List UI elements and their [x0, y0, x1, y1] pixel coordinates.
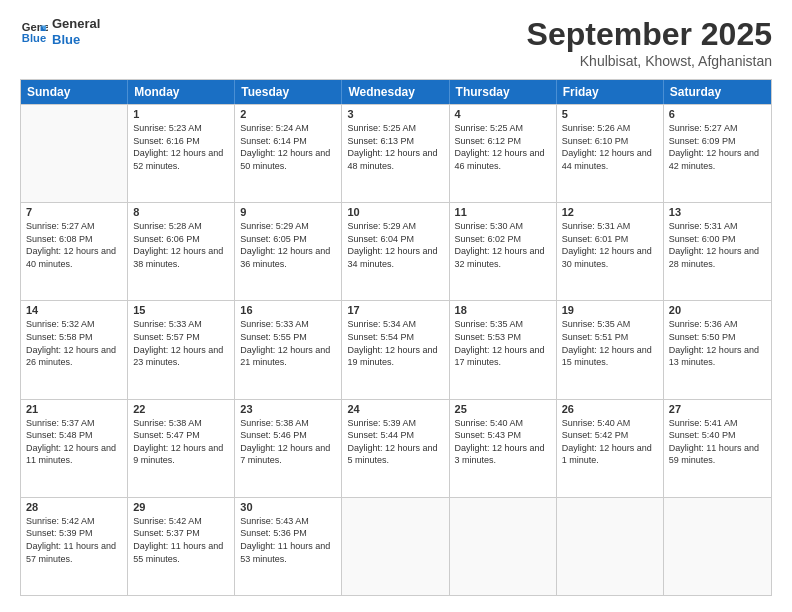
header-saturday: Saturday: [664, 80, 771, 104]
day-cell-14: 14Sunrise: 5:32 AM Sunset: 5:58 PM Dayli…: [21, 301, 128, 398]
day-number: 6: [669, 108, 766, 120]
day-number: 13: [669, 206, 766, 218]
subtitle: Khulbisat, Khowst, Afghanistan: [527, 53, 772, 69]
day-info: Sunrise: 5:36 AM Sunset: 5:50 PM Dayligh…: [669, 318, 766, 368]
day-info: Sunrise: 5:40 AM Sunset: 5:42 PM Dayligh…: [562, 417, 658, 467]
main-title: September 2025: [527, 16, 772, 53]
day-info: Sunrise: 5:39 AM Sunset: 5:44 PM Dayligh…: [347, 417, 443, 467]
logo-blue: Blue: [52, 32, 100, 48]
header-monday: Monday: [128, 80, 235, 104]
day-cell-8: 8Sunrise: 5:28 AM Sunset: 6:06 PM Daylig…: [128, 203, 235, 300]
day-info: Sunrise: 5:35 AM Sunset: 5:53 PM Dayligh…: [455, 318, 551, 368]
page: General Blue General Blue September 2025…: [0, 0, 792, 612]
logo-icon: General Blue: [20, 18, 48, 46]
header: General Blue General Blue September 2025…: [20, 16, 772, 69]
day-cell-31: [342, 498, 449, 595]
day-info: Sunrise: 5:38 AM Sunset: 5:47 PM Dayligh…: [133, 417, 229, 467]
day-cell-5: 5Sunrise: 5:26 AM Sunset: 6:10 PM Daylig…: [557, 105, 664, 202]
day-info: Sunrise: 5:42 AM Sunset: 5:37 PM Dayligh…: [133, 515, 229, 565]
day-cell-13: 13Sunrise: 5:31 AM Sunset: 6:00 PM Dayli…: [664, 203, 771, 300]
day-number: 12: [562, 206, 658, 218]
header-friday: Friday: [557, 80, 664, 104]
day-cell-12: 12Sunrise: 5:31 AM Sunset: 6:01 PM Dayli…: [557, 203, 664, 300]
day-cell-28: 28Sunrise: 5:42 AM Sunset: 5:39 PM Dayli…: [21, 498, 128, 595]
day-cell-27: 27Sunrise: 5:41 AM Sunset: 5:40 PM Dayli…: [664, 400, 771, 497]
day-number: 10: [347, 206, 443, 218]
day-number: 29: [133, 501, 229, 513]
day-info: Sunrise: 5:38 AM Sunset: 5:46 PM Dayligh…: [240, 417, 336, 467]
day-info: Sunrise: 5:37 AM Sunset: 5:48 PM Dayligh…: [26, 417, 122, 467]
week-row-2: 7Sunrise: 5:27 AM Sunset: 6:08 PM Daylig…: [21, 202, 771, 300]
day-cell-24: 24Sunrise: 5:39 AM Sunset: 5:44 PM Dayli…: [342, 400, 449, 497]
title-block: September 2025 Khulbisat, Khowst, Afghan…: [527, 16, 772, 69]
logo-general: General: [52, 16, 100, 32]
svg-text:Blue: Blue: [22, 32, 46, 44]
day-cell-20: 20Sunrise: 5:36 AM Sunset: 5:50 PM Dayli…: [664, 301, 771, 398]
day-cell-7: 7Sunrise: 5:27 AM Sunset: 6:08 PM Daylig…: [21, 203, 128, 300]
day-cell-19: 19Sunrise: 5:35 AM Sunset: 5:51 PM Dayli…: [557, 301, 664, 398]
day-info: Sunrise: 5:35 AM Sunset: 5:51 PM Dayligh…: [562, 318, 658, 368]
day-cell-34: [664, 498, 771, 595]
day-cell-3: 3Sunrise: 5:25 AM Sunset: 6:13 PM Daylig…: [342, 105, 449, 202]
day-number: 19: [562, 304, 658, 316]
day-number: 1: [133, 108, 229, 120]
day-info: Sunrise: 5:40 AM Sunset: 5:43 PM Dayligh…: [455, 417, 551, 467]
day-number: 24: [347, 403, 443, 415]
day-info: Sunrise: 5:28 AM Sunset: 6:06 PM Dayligh…: [133, 220, 229, 270]
day-cell-21: 21Sunrise: 5:37 AM Sunset: 5:48 PM Dayli…: [21, 400, 128, 497]
day-number: 20: [669, 304, 766, 316]
day-number: 27: [669, 403, 766, 415]
day-number: 21: [26, 403, 122, 415]
day-info: Sunrise: 5:33 AM Sunset: 5:55 PM Dayligh…: [240, 318, 336, 368]
day-number: 18: [455, 304, 551, 316]
day-number: 7: [26, 206, 122, 218]
day-info: Sunrise: 5:27 AM Sunset: 6:08 PM Dayligh…: [26, 220, 122, 270]
calendar-body: 1Sunrise: 5:23 AM Sunset: 6:16 PM Daylig…: [21, 104, 771, 595]
week-row-4: 21Sunrise: 5:37 AM Sunset: 5:48 PM Dayli…: [21, 399, 771, 497]
day-cell-10: 10Sunrise: 5:29 AM Sunset: 6:04 PM Dayli…: [342, 203, 449, 300]
day-number: 8: [133, 206, 229, 218]
day-number: 30: [240, 501, 336, 513]
day-number: 2: [240, 108, 336, 120]
day-info: Sunrise: 5:23 AM Sunset: 6:16 PM Dayligh…: [133, 122, 229, 172]
day-number: 25: [455, 403, 551, 415]
day-cell-29: 29Sunrise: 5:42 AM Sunset: 5:37 PM Dayli…: [128, 498, 235, 595]
header-wednesday: Wednesday: [342, 80, 449, 104]
week-row-3: 14Sunrise: 5:32 AM Sunset: 5:58 PM Dayli…: [21, 300, 771, 398]
day-cell-22: 22Sunrise: 5:38 AM Sunset: 5:47 PM Dayli…: [128, 400, 235, 497]
day-info: Sunrise: 5:29 AM Sunset: 6:05 PM Dayligh…: [240, 220, 336, 270]
day-number: 26: [562, 403, 658, 415]
day-cell-6: 6Sunrise: 5:27 AM Sunset: 6:09 PM Daylig…: [664, 105, 771, 202]
day-number: 5: [562, 108, 658, 120]
day-cell-17: 17Sunrise: 5:34 AM Sunset: 5:54 PM Dayli…: [342, 301, 449, 398]
day-number: 16: [240, 304, 336, 316]
day-info: Sunrise: 5:33 AM Sunset: 5:57 PM Dayligh…: [133, 318, 229, 368]
day-cell-9: 9Sunrise: 5:29 AM Sunset: 6:05 PM Daylig…: [235, 203, 342, 300]
day-cell-15: 15Sunrise: 5:33 AM Sunset: 5:57 PM Dayli…: [128, 301, 235, 398]
day-info: Sunrise: 5:31 AM Sunset: 6:01 PM Dayligh…: [562, 220, 658, 270]
day-cell-16: 16Sunrise: 5:33 AM Sunset: 5:55 PM Dayli…: [235, 301, 342, 398]
day-info: Sunrise: 5:29 AM Sunset: 6:04 PM Dayligh…: [347, 220, 443, 270]
day-number: 14: [26, 304, 122, 316]
day-info: Sunrise: 5:43 AM Sunset: 5:36 PM Dayligh…: [240, 515, 336, 565]
header-sunday: Sunday: [21, 80, 128, 104]
day-number: 22: [133, 403, 229, 415]
day-info: Sunrise: 5:41 AM Sunset: 5:40 PM Dayligh…: [669, 417, 766, 467]
header-tuesday: Tuesday: [235, 80, 342, 104]
day-cell-1: 1Sunrise: 5:23 AM Sunset: 6:16 PM Daylig…: [128, 105, 235, 202]
day-number: 11: [455, 206, 551, 218]
day-info: Sunrise: 5:34 AM Sunset: 5:54 PM Dayligh…: [347, 318, 443, 368]
week-row-5: 28Sunrise: 5:42 AM Sunset: 5:39 PM Dayli…: [21, 497, 771, 595]
day-info: Sunrise: 5:30 AM Sunset: 6:02 PM Dayligh…: [455, 220, 551, 270]
day-info: Sunrise: 5:42 AM Sunset: 5:39 PM Dayligh…: [26, 515, 122, 565]
day-cell-2: 2Sunrise: 5:24 AM Sunset: 6:14 PM Daylig…: [235, 105, 342, 202]
day-info: Sunrise: 5:25 AM Sunset: 6:12 PM Dayligh…: [455, 122, 551, 172]
day-cell-23: 23Sunrise: 5:38 AM Sunset: 5:46 PM Dayli…: [235, 400, 342, 497]
day-number: 17: [347, 304, 443, 316]
day-number: 23: [240, 403, 336, 415]
day-info: Sunrise: 5:32 AM Sunset: 5:58 PM Dayligh…: [26, 318, 122, 368]
day-number: 3: [347, 108, 443, 120]
day-cell-26: 26Sunrise: 5:40 AM Sunset: 5:42 PM Dayli…: [557, 400, 664, 497]
day-cell-4: 4Sunrise: 5:25 AM Sunset: 6:12 PM Daylig…: [450, 105, 557, 202]
day-cell-25: 25Sunrise: 5:40 AM Sunset: 5:43 PM Dayli…: [450, 400, 557, 497]
